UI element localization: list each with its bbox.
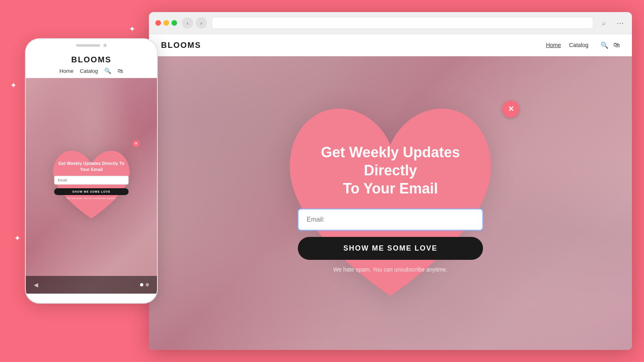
- website-nav-icons: 🔍 🛍: [601, 41, 620, 49]
- sparkle-icon: ✦: [10, 80, 17, 90]
- popup-email-input[interactable]: [298, 209, 483, 230]
- phone-dot-1[interactable]: [140, 283, 143, 286]
- popup-heart-container: ✕ Get Weekly Updates Directly To Your Em…: [266, 86, 515, 320]
- browser-chrome: ‹ › ⌕ ⋯: [149, 12, 632, 34]
- popup-spam-text: We hate spam. You can unsubscribe anytim…: [298, 266, 483, 273]
- phone-pagination-dots: [140, 283, 149, 286]
- popup-title-line2: To Your Email: [343, 180, 438, 197]
- search-icon[interactable]: 🔍: [104, 68, 111, 74]
- phone-inner: BLOOMS Home Catalog 🔍 🛍 ✕ Get Weekly Upd…: [26, 52, 157, 294]
- popup-title: Get Weekly Updates Directly To Your Emai…: [298, 143, 483, 197]
- phone-mockup: BLOOMS Home Catalog 🔍 🛍 ✕ Get Weekly Upd…: [25, 38, 158, 304]
- browser-back-button[interactable]: ‹: [182, 17, 193, 29]
- minimize-traffic-light[interactable]: [163, 20, 169, 26]
- traffic-lights: [155, 20, 177, 26]
- popup-cta-button[interactable]: SHOW ME SOME LOVE: [298, 237, 483, 260]
- phone-nav-links: Home Catalog 🔍 🛍: [32, 68, 151, 74]
- phone-speaker: [76, 44, 100, 47]
- popup-title-line1: Get Weekly Updates Directly: [321, 144, 460, 179]
- phone-popup: ✕ Get Weekly Updates Directly To Your Em…: [45, 142, 138, 226]
- phone-cta-button[interactable]: SHOW ME SOME LOVE: [54, 188, 129, 195]
- website-nav: Home Catalog: [546, 42, 588, 48]
- phone-content: ✕ Get Weekly Updates Directly To Your Em…: [26, 78, 157, 294]
- phone-close-button[interactable]: ✕: [132, 140, 140, 147]
- website-cart-icon[interactable]: 🛍: [613, 41, 620, 49]
- website-header: BLOOMS Home Catalog 🔍 🛍: [149, 34, 632, 56]
- phone-heart-container: ✕ Get Weekly Updates Directly To Your Em…: [45, 142, 138, 226]
- phone-dot-2[interactable]: [146, 283, 149, 286]
- website-content: BLOOMS Home Catalog 🔍 🛍 ✕: [149, 34, 632, 350]
- phone-nav-catalog[interactable]: Catalog: [80, 68, 98, 74]
- phone-prev-arrow[interactable]: ◀: [34, 282, 38, 288]
- browser-search-icon[interactable]: ⌕: [598, 17, 609, 29]
- popup-close-button[interactable]: ✕: [502, 101, 519, 117]
- website-brand: BLOOMS: [161, 41, 201, 50]
- sparkle-icon: ✦: [14, 233, 21, 243]
- phone-brand: BLOOMS: [32, 55, 151, 64]
- phone-camera: [103, 44, 107, 47]
- phone-email-input[interactable]: [54, 176, 129, 185]
- website-search-icon[interactable]: 🔍: [601, 41, 609, 49]
- phone-popup-title: Get Weekly Updates Directly To Your Emai…: [54, 160, 129, 173]
- browser-nav-buttons: ‹ ›: [182, 17, 207, 29]
- phone-nav: BLOOMS Home Catalog 🔍 🛍: [26, 52, 157, 78]
- phone-spam-text: We hate spam. You can unsubscribe anytim…: [54, 197, 129, 200]
- maximize-traffic-light[interactable]: [171, 20, 177, 26]
- browser-window: ‹ › ⌕ ⋯ BLOOMS Home Catalog 🔍 🛍: [149, 12, 632, 350]
- website-nav-home[interactable]: Home: [546, 42, 561, 48]
- browser-forward-button[interactable]: ›: [196, 17, 207, 29]
- phone-top-bar: [26, 39, 157, 52]
- sparkle-icon: ✦: [129, 24, 136, 34]
- browser-url-bar[interactable]: [212, 17, 593, 29]
- close-traffic-light[interactable]: [155, 20, 161, 26]
- cart-icon[interactable]: 🛍: [118, 68, 123, 74]
- popup-content: Get Weekly Updates Directly To Your Emai…: [298, 143, 483, 273]
- phone-heart-content: Get Weekly Updates Directly To Your Emai…: [54, 160, 129, 200]
- popup-overlay: ✕ Get Weekly Updates Directly To Your Em…: [149, 56, 632, 350]
- phone-nav-home[interactable]: Home: [60, 68, 74, 74]
- browser-more-button[interactable]: ⋯: [614, 17, 625, 29]
- phone-bottom-bar: ◀: [26, 276, 157, 294]
- website-nav-catalog[interactable]: Catalog: [569, 42, 588, 48]
